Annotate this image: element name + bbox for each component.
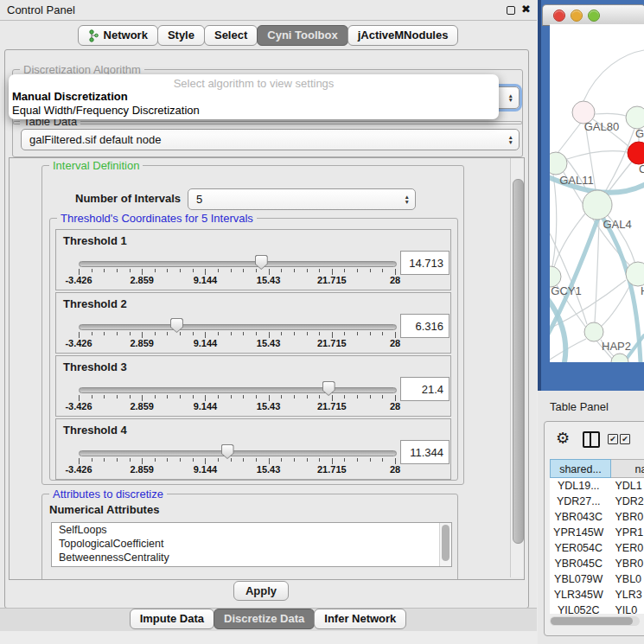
threshold-panel: Threshold 3-3.4262.8599.14415.4321.71528… [55,355,451,417]
attribute-list-item[interactable]: SelfLoops [52,523,451,537]
slider-tick [332,458,333,464]
slider-tick [344,332,345,335]
slider-tick [294,332,295,335]
slider-track[interactable] [79,387,397,393]
slider-thumb[interactable] [322,381,335,396]
combo-stepper-icon: ▲▼ [405,194,410,204]
number-of-intervals-label: Number of Intervals [75,192,181,205]
threshold-value-field[interactable]: 21.4 [400,377,450,401]
thresholds-group: Threshold's Coordinates for 5 Intervals … [49,218,458,481]
settings-vertical-scrollbar-thumb[interactable] [513,179,524,544]
slider-thumb[interactable] [170,318,183,333]
table-cell: YBR045C [550,556,607,571]
attributes-scrollbar[interactable] [439,523,451,566]
table-row[interactable]: YBR043CYBR0 [550,509,644,525]
slider-tick [218,395,219,399]
slider-track[interactable] [79,450,397,456]
slider-tick [167,332,168,335]
network-node-GAL11[interactable] [550,152,567,175]
slider-tick [155,332,156,335]
zoom-traffic-light-icon[interactable] [588,10,600,22]
tab-label: Cyni Toolbox [267,27,337,44]
slider-tick [256,269,257,272]
slider-tick [395,332,396,338]
network-window-titlebar[interactable] [542,4,644,26]
table-row[interactable]: YDL19...YDL1 [550,478,644,494]
table-row[interactable]: YIL052CYIL0 [550,603,644,614]
tab-cyni-toolbox[interactable]: Cyni Toolbox [257,25,348,46]
slider-thumb[interactable] [255,255,268,270]
slider-tick [92,269,92,272]
threshold-value-field[interactable]: 6.316 [400,314,450,338]
attributes-scrollbar-thumb[interactable] [442,525,450,561]
tab-impute-data[interactable]: Impute Data [130,609,214,629]
network-edge [595,113,626,116]
table-data-combobox[interactable]: galFiltered.sif default node ▲▼ [21,129,520,150]
network-graph[interactable]: GAL80GALCGAL11GAL4GCY1HHAP2 [550,24,644,362]
close-icon[interactable]: ✖ [521,3,531,16]
columns-icon[interactable] [583,431,600,448]
table-cell: YDR2 [607,494,644,509]
algorithm-option[interactable]: Equal Width/Frequency Discretization [12,104,479,118]
checkbox-icon[interactable]: ✔ [620,434,630,444]
network-canvas[interactable]: GAL80GALCGAL11GAL4GCY1HHAP2 [550,24,644,362]
table-row[interactable]: YLR345WYLR3 [550,587,644,603]
checkbox-icon[interactable]: ✔ [608,434,618,444]
table-column-header[interactable]: shared... [550,459,611,478]
table-row[interactable]: YBR045CYBR0 [550,556,644,571]
table-cell: YDR27... [550,494,607,509]
network-node-HAP2[interactable] [584,322,603,341]
slider-tick [205,458,206,464]
threshold-value-field[interactable]: 14.713 [400,251,450,275]
slider-tick-label: 21.715 [317,401,347,411]
apply-button[interactable]: Apply [233,581,289,601]
table-cell: YDL1 [607,478,644,494]
slider-tick [281,395,282,399]
table-row[interactable]: YDR27...YDR2 [550,494,644,509]
number-of-intervals-combobox[interactable]: 5 ▲▼ [188,188,416,210]
slider-tick [344,269,345,272]
algorithm-option[interactable]: Manual Discretization [12,90,479,104]
table-row[interactable]: YPR145WYPR1 [550,525,644,540]
table-column-header[interactable]: na [611,459,644,478]
attribute-list-item[interactable]: BetweennessCentrality [52,551,451,564]
slider-tick-label: 21.715 [317,275,347,285]
node-table: shared...na YDL19...YDL1YDR27...YDR2YBR0… [550,459,644,614]
table-cell: YLR3 [607,587,644,603]
slider-tick [256,458,257,462]
tab-network[interactable]: Network [78,25,158,46]
gear-icon[interactable]: ⚙ [556,429,570,448]
slider-tick [79,332,80,338]
slider-tick [155,458,156,462]
slider-track[interactable] [79,261,397,267]
tab-infer-network[interactable]: Infer Network [314,609,406,629]
network-node-node-bottom[interactable] [611,354,628,362]
network-node-node-red[interactable] [628,142,644,164]
slider-tick [180,269,181,272]
slider-track[interactable] [79,324,397,330]
slider-tick [382,332,383,335]
slider-tick [142,332,143,338]
slider-thumb[interactable] [221,444,234,459]
tab-jactivemnodules[interactable]: jActiveMNodules [348,25,459,46]
table-row[interactable]: YBL079WYBL0 [550,571,644,587]
close-traffic-light-icon[interactable] [553,10,565,22]
float-window-icon[interactable] [507,6,515,15]
table-horizontal-scrollbar[interactable] [550,616,640,626]
table-horizontal-scrollbar-thumb[interactable] [551,617,633,625]
slider-tick [155,269,156,272]
threshold-value-field[interactable]: 11.344 [400,440,450,464]
network-node-GAL4[interactable] [583,190,612,220]
tab-select[interactable]: Select [204,25,258,46]
numerical-attributes-list[interactable]: SelfLoopsTopologicalCoefficientBetweenne… [51,522,452,567]
threshold-label: Threshold 1 [63,234,127,247]
settings-vertical-scrollbar[interactable] [510,158,524,577]
minimize-traffic-light-icon[interactable] [571,10,583,22]
tab-discretize-data[interactable]: Discretize Data [214,609,315,629]
attribute-list-item[interactable]: TopologicalCoefficient [52,537,451,551]
tab-style[interactable]: Style [157,25,205,46]
table-row[interactable]: YER054CYER0 [550,540,644,556]
network-view-window: GAL80GALCGAL11GAL4GCY1HHAP2 [538,0,644,391]
slider-tick [319,458,320,462]
network-node-node-top-right[interactable] [626,106,644,129]
